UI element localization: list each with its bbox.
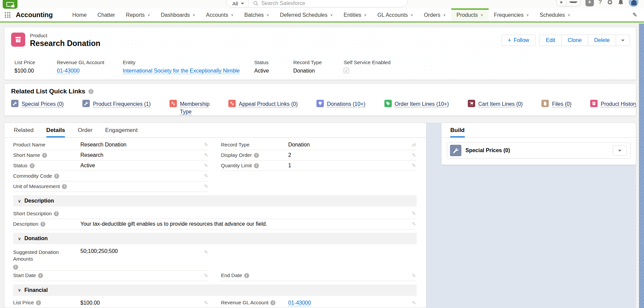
user-avatar[interactable] xyxy=(629,0,639,7)
nav-tab-deferred-schedules[interactable]: Deferred Schedules∨ xyxy=(274,8,338,21)
app-logo-tile[interactable] xyxy=(3,0,17,9)
delete-button[interactable]: Delete xyxy=(588,35,616,46)
search-input[interactable] xyxy=(261,0,403,6)
revenue-gl-account-link[interactable]: 01-43000 xyxy=(57,68,80,74)
info-icon[interactable]: i xyxy=(88,89,93,94)
search-scope-dropdown[interactable]: All xyxy=(232,0,249,7)
nav-tab-orders[interactable]: Orders∨ xyxy=(419,8,451,21)
quick-link-cart-item-lines[interactable]: Cart Item Lines (0) xyxy=(468,100,523,108)
follow-button[interactable]: + Follow xyxy=(501,35,536,46)
section-financial[interactable]: ∨ Financial xyxy=(13,284,417,296)
gem-icon xyxy=(316,100,324,107)
info-icon[interactable]: i xyxy=(270,300,275,305)
change-record-type-icon[interactable]: ⇄ xyxy=(412,142,416,148)
edit-pencil-icon[interactable]: ✎ xyxy=(412,300,416,306)
quick-link-appeal-product-links[interactable]: Appeal Product Links (0) xyxy=(228,100,298,108)
field-display-order: Display Orderi 2 ✎ xyxy=(221,150,417,161)
nav-tab-schedules[interactable]: Schedules∨ xyxy=(534,8,576,21)
tab-engagement[interactable]: Engagement xyxy=(105,123,138,137)
info-icon[interactable]: i xyxy=(38,273,43,278)
info-icon[interactable]: i xyxy=(254,163,259,168)
section-description[interactable]: ∨ Description xyxy=(13,195,417,207)
edit-pencil-icon[interactable]: ✎ xyxy=(204,183,208,189)
info-icon[interactable]: i xyxy=(62,184,67,189)
circles-icon xyxy=(169,100,177,107)
more-actions-button[interactable] xyxy=(616,35,630,46)
global-search[interactable]: All xyxy=(226,0,408,7)
chevron-down-icon[interactable]: ∨ xyxy=(410,13,413,17)
edit-pencil-icon[interactable]: ✎ xyxy=(204,152,208,158)
edit-pencil-icon[interactable]: ✎ xyxy=(412,211,416,217)
chevron-down-icon: ∨ xyxy=(18,288,21,293)
edit-pencil-icon[interactable]: ✎ xyxy=(204,173,208,179)
section-donation[interactable]: ∨ Donation xyxy=(13,233,417,244)
chevron-down-icon[interactable]: ∨ xyxy=(266,13,269,17)
tab-details[interactable]: Details xyxy=(46,123,65,137)
chevron-down-icon[interactable]: ∨ xyxy=(568,13,570,17)
field-status: Statusi Active ✎ xyxy=(13,161,209,171)
tab-build[interactable]: Build xyxy=(450,123,465,137)
notifications-bell-icon[interactable] xyxy=(618,0,624,5)
info-icon[interactable]: i xyxy=(13,265,18,270)
quick-link-product-frequencies[interactable]: Product Frequencies (1) xyxy=(82,100,151,108)
nav-tab-accounts[interactable]: Accounts∨ xyxy=(201,8,239,21)
edit-pencil-icon[interactable]: ✎ xyxy=(204,273,208,279)
special-prices-card: Special Prices (0) xyxy=(447,142,631,159)
info-icon[interactable]: i xyxy=(54,211,59,216)
info-icon[interactable]: i xyxy=(40,222,45,227)
edit-pencil-icon[interactable]: ✎ xyxy=(204,142,208,148)
tab-related[interactable]: Related xyxy=(14,123,34,137)
setup-gear-icon[interactable] xyxy=(607,0,613,5)
app-launcher-waffle-icon[interactable] xyxy=(5,12,10,18)
chevron-down-icon[interactable]: ∨ xyxy=(481,13,483,17)
nav-tab-chatter[interactable]: Chatter xyxy=(92,8,120,21)
nav-tab-reports[interactable]: Reports∨ xyxy=(120,8,155,21)
quick-link-membership-type-product-links[interactable]: Membership Type Product Links (10) xyxy=(169,100,210,116)
app-name[interactable]: Accounting xyxy=(16,11,53,19)
chevron-down-icon[interactable]: ∨ xyxy=(526,13,529,17)
tab-order[interactable]: Order xyxy=(78,123,92,137)
nav-tab-dashboards[interactable]: Dashboards∨ xyxy=(155,8,200,21)
edit-pencil-icon[interactable]: ✎ xyxy=(204,300,208,306)
quick-link-special-prices[interactable]: Special Prices (0) xyxy=(11,100,64,108)
help-button[interactable]: ? xyxy=(599,0,602,5)
info-icon[interactable]: i xyxy=(36,300,41,305)
chevron-down-icon[interactable]: ∨ xyxy=(147,13,150,17)
record-header-card: Product Research Donation + Follow Edit … xyxy=(4,27,636,80)
nav-tab-entities[interactable]: Entities∨ xyxy=(338,8,372,21)
revenue-gl-account-link[interactable]: 01-43000 xyxy=(288,300,311,306)
info-icon[interactable]: i xyxy=(254,153,259,158)
quick-link-order-item-lines[interactable]: Order Item Lines (10+) xyxy=(384,100,449,108)
clone-button[interactable]: Clone xyxy=(561,35,588,46)
nav-tab-batches[interactable]: Batches∨ xyxy=(239,8,274,21)
nav-tab-products[interactable]: Products∨ xyxy=(451,8,489,21)
chevron-down-icon[interactable]: ∨ xyxy=(193,13,195,17)
chevron-down-icon[interactable]: ∨ xyxy=(443,13,446,17)
info-icon[interactable]: i xyxy=(30,163,35,168)
nav-tab-gl-accounts[interactable]: GL Accounts∨ xyxy=(372,8,418,21)
chevron-down-icon[interactable]: ∨ xyxy=(330,13,333,17)
quick-link-donations[interactable]: Donations (10+) xyxy=(316,100,365,108)
global-actions-button[interactable]: + xyxy=(585,0,594,6)
edit-pencil-icon[interactable]: ✎ xyxy=(412,221,416,227)
edit-pencil-icon[interactable]: ✎ xyxy=(204,249,208,255)
favorites-button[interactable]: ★ xyxy=(556,0,581,6)
edit-pencil-icon[interactable]: ✎ xyxy=(412,163,416,169)
nav-tab-frequencies[interactable]: Frequencies∨ xyxy=(489,8,534,21)
entity-link[interactable]: International Society for the Exceptiona… xyxy=(123,68,240,74)
info-icon[interactable]: i xyxy=(244,273,249,278)
info-icon[interactable]: i xyxy=(54,174,59,179)
edit-pencil-icon[interactable]: ✎ xyxy=(412,152,416,158)
quick-link-files[interactable]: Files (0) xyxy=(541,100,571,108)
edit-pencil-icon[interactable]: ✎ xyxy=(204,163,208,169)
nav-tab-home[interactable]: Home xyxy=(67,8,92,21)
edit-navigation-pencil-icon[interactable]: ✎ xyxy=(633,11,637,18)
chevron-down-icon[interactable]: ∨ xyxy=(364,13,367,17)
quick-link-product-history[interactable]: Product History (1) xyxy=(590,100,636,108)
special-prices-expand-button[interactable] xyxy=(613,145,627,156)
chevron-down-icon[interactable] xyxy=(569,1,578,3)
edit-button[interactable]: Edit xyxy=(539,35,561,46)
edit-pencil-icon[interactable]: ✎ xyxy=(412,273,416,279)
chevron-down-icon[interactable]: ∨ xyxy=(231,13,233,17)
info-icon[interactable]: i xyxy=(42,153,47,158)
